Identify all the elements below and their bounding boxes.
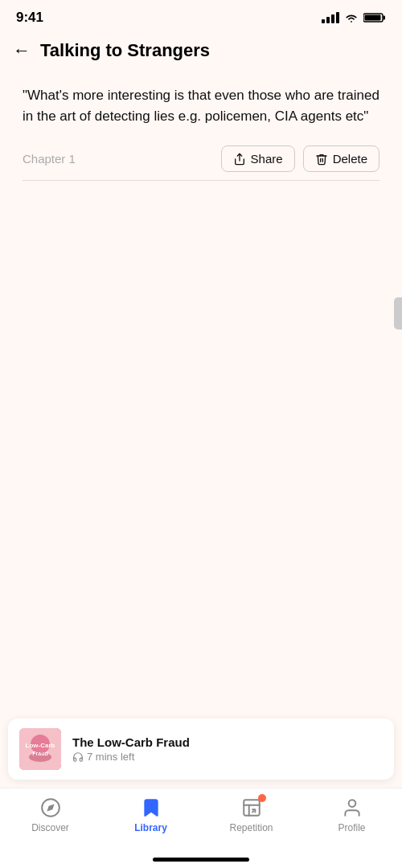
- delete-button[interactable]: Delete: [303, 145, 379, 172]
- share-button[interactable]: Share: [221, 145, 295, 172]
- svg-text:Low-Carb: Low-Carb: [26, 742, 55, 749]
- now-playing-bar[interactable]: Low-Carb Fraud The Low-Carb Fraud 7 mins…: [8, 719, 394, 780]
- svg-point-14: [348, 800, 355, 807]
- tab-label-repetition: Repetition: [229, 822, 273, 833]
- action-buttons: Share Delete: [221, 145, 379, 172]
- trash-icon: [315, 153, 328, 166]
- chapter-label: Chapter 1: [23, 152, 76, 166]
- divider: [23, 180, 379, 181]
- svg-rect-2: [365, 15, 381, 21]
- tab-icon-profile: [341, 796, 363, 819]
- header: ← Talking to Strangers: [0, 31, 402, 69]
- home-indicator: [153, 858, 249, 862]
- tab-label-library: Library: [134, 822, 167, 833]
- now-playing-subtitle: 7 mins left: [72, 751, 383, 763]
- page-title: Talking to Strangers: [40, 40, 210, 61]
- tab-library[interactable]: Library: [100, 796, 201, 833]
- tab-label-profile: Profile: [338, 822, 365, 833]
- tab-bar: Discover Library Repetition: [0, 788, 402, 868]
- svg-rect-11: [244, 800, 260, 816]
- share-icon: [233, 153, 246, 166]
- now-playing-title: The Low-Carb Fraud: [72, 735, 383, 749]
- headphone-icon: [72, 751, 84, 763]
- scroll-handle[interactable]: [394, 297, 402, 330]
- tab-icon-library: [140, 796, 162, 819]
- signal-icon: [322, 12, 339, 23]
- tab-icon-repetition: [240, 796, 263, 819]
- wifi-icon: [344, 12, 359, 23]
- battery-icon: [363, 12, 386, 23]
- tab-icon-discover: [39, 796, 62, 819]
- tab-discover[interactable]: Discover: [0, 796, 100, 833]
- quote-text: "What's more interesting is that even th…: [23, 85, 379, 126]
- now-playing-info: The Low-Carb Fraud 7 mins left: [72, 735, 383, 763]
- book-cover: Low-Carb Fraud: [19, 728, 61, 770]
- back-button[interactable]: ←: [13, 40, 31, 61]
- status-bar: 9:41: [0, 0, 402, 31]
- status-icons: [322, 12, 386, 23]
- svg-marker-10: [47, 804, 54, 811]
- status-time: 9:41: [16, 10, 43, 26]
- tab-label-discover: Discover: [31, 822, 69, 833]
- svg-text:Fraud: Fraud: [32, 751, 47, 756]
- tab-repetition[interactable]: Repetition: [201, 796, 302, 833]
- quote-meta: Chapter 1 Share Delete: [23, 145, 379, 172]
- svg-rect-1: [384, 16, 386, 20]
- repetition-badge: [258, 794, 266, 802]
- tab-profile[interactable]: Profile: [302, 796, 402, 833]
- main-content: "What's more interesting is that even th…: [0, 69, 402, 181]
